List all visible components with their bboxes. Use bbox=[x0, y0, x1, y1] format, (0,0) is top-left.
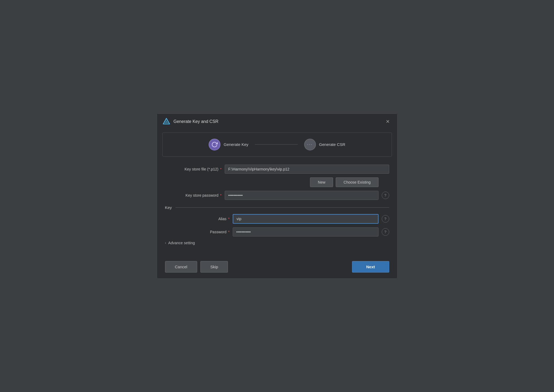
alias-label-group: Alias * bbox=[173, 216, 230, 221]
password-help-icon[interactable]: ? bbox=[382, 228, 389, 236]
step-generate-csr: ··· Generate CSR bbox=[304, 139, 345, 150]
title-bar: Generate Key and CSR ✕ bbox=[157, 114, 397, 129]
password-label-group: Password * bbox=[173, 230, 230, 234]
new-button[interactable]: New bbox=[310, 177, 333, 187]
advance-setting-label: Advance setting bbox=[168, 241, 195, 245]
step-connector bbox=[255, 144, 298, 145]
refresh-icon bbox=[211, 141, 218, 148]
key-divider-line bbox=[175, 207, 389, 208]
cancel-button[interactable]: Cancel bbox=[165, 261, 197, 273]
title-bar-left: Generate Key and CSR bbox=[162, 118, 219, 126]
help-question-mark-alias: ? bbox=[384, 217, 387, 221]
step2-icon: ··· bbox=[304, 139, 316, 150]
step1-label: Generate Key bbox=[224, 142, 249, 147]
password-input[interactable] bbox=[233, 227, 378, 236]
key-store-file-row: Key store file (*.p12) * bbox=[165, 165, 389, 174]
help-question-mark: ? bbox=[384, 193, 387, 197]
key-section-label: Key bbox=[165, 205, 172, 210]
help-question-mark-password: ? bbox=[384, 230, 387, 234]
alias-input[interactable] bbox=[233, 214, 378, 224]
step1-icon bbox=[209, 139, 220, 150]
choose-existing-button[interactable]: Choose Existing bbox=[336, 177, 378, 187]
key-store-password-help-icon[interactable]: ? bbox=[382, 192, 389, 199]
ellipsis-icon: ··· bbox=[307, 142, 313, 147]
password-label: Password bbox=[173, 230, 227, 234]
key-store-password-label: Key store password bbox=[165, 193, 219, 197]
key-store-password-label-group: Key store password * bbox=[165, 193, 222, 197]
next-button[interactable]: Next bbox=[352, 261, 389, 273]
alias-label: Alias bbox=[173, 217, 227, 221]
key-store-file-label-group: Key store file (*.p12) * bbox=[165, 167, 222, 171]
footer-left-buttons: Cancel Skip bbox=[165, 261, 228, 273]
close-button[interactable]: ✕ bbox=[384, 118, 392, 126]
key-store-password-row: Key store password * ? bbox=[165, 191, 389, 200]
step2-label: Generate CSR bbox=[319, 142, 345, 147]
key-store-password-required: * bbox=[220, 193, 222, 197]
form-content: Key store file (*.p12) * New Choose Exis… bbox=[157, 162, 397, 257]
alias-help-icon[interactable]: ? bbox=[382, 215, 389, 223]
key-sub-form: Alias * ? Password * ? bbox=[165, 214, 389, 236]
app-logo-icon bbox=[162, 118, 170, 126]
step-generate-key: Generate Key bbox=[209, 139, 249, 150]
dialog-title: Generate Key and CSR bbox=[174, 119, 219, 124]
alias-required: * bbox=[228, 216, 230, 221]
advance-setting-row[interactable]: › Advance setting bbox=[165, 241, 389, 245]
steps-container: Generate Key ··· Generate CSR bbox=[162, 133, 392, 157]
password-required: * bbox=[228, 230, 230, 234]
key-store-file-label: Key store file (*.p12) bbox=[165, 167, 219, 171]
skip-button[interactable]: Skip bbox=[200, 261, 228, 273]
key-store-file-required: * bbox=[220, 167, 222, 171]
file-action-buttons: New Choose Existing bbox=[165, 177, 389, 187]
key-section-divider: Key bbox=[165, 205, 389, 210]
key-store-file-input[interactable] bbox=[225, 165, 389, 174]
key-store-password-input[interactable] bbox=[225, 191, 378, 200]
footer-buttons: Cancel Skip Next bbox=[157, 257, 397, 278]
advance-chevron-icon: › bbox=[165, 241, 166, 245]
alias-row: Alias * ? bbox=[173, 214, 389, 224]
password-row: Password * ? bbox=[173, 227, 389, 236]
generate-key-csr-dialog: Generate Key and CSR ✕ Generate Key ··· … bbox=[157, 114, 398, 279]
